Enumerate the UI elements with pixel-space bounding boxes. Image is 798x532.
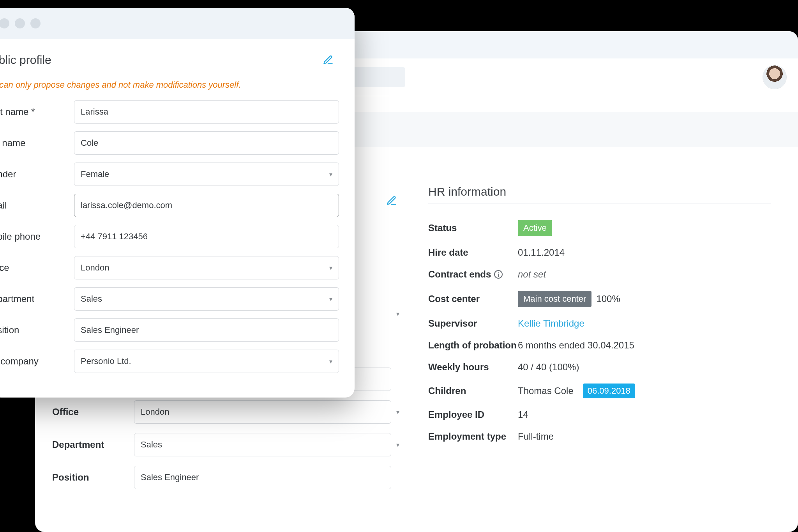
bg-office-select[interactable]: London ▾ <box>134 400 391 424</box>
first-name-label: rst name * <box>0 106 74 117</box>
hr-emptype-label: Employment type <box>428 431 518 442</box>
bg-office-value: London <box>141 407 169 417</box>
office-select[interactable]: London ▾ <box>74 256 339 279</box>
hr-probation-label: Length of probation <box>428 340 518 351</box>
hr-weeklyhours-label: Weekly hours <box>428 362 518 373</box>
gender-select[interactable]: Female ▾ <box>74 163 339 186</box>
info-icon[interactable]: i <box>494 270 503 279</box>
window-dot <box>15 18 25 28</box>
public-profile-window: ublic profile u can only propose changes… <box>0 8 355 398</box>
window-dot <box>30 18 41 28</box>
hr-information-panel: HR information Status Active Hire date 0… <box>428 147 782 494</box>
office-label: ffice <box>0 262 74 273</box>
hr-costcenter-label: Cost center <box>428 293 518 304</box>
hr-employeeid-value: 14 <box>518 409 771 420</box>
cost-center-badge: Main cost center <box>518 291 591 307</box>
hr-children-date-badge: 06.09.2018 <box>583 384 635 398</box>
hr-contractends-value: not set <box>518 269 771 280</box>
hr-emptype-value: Full-time <box>518 431 771 442</box>
office-value: London <box>81 263 109 273</box>
email-label: nail <box>0 200 74 211</box>
cost-center-pct: 100% <box>596 293 620 304</box>
hr-children-name: Thomas Cole <box>518 385 574 396</box>
hr-hiredate-label: Hire date <box>428 247 518 258</box>
edit-public-profile-icon[interactable] <box>321 53 335 67</box>
gender-label: ender <box>0 169 74 180</box>
readonly-notice: u can only propose changes and not make … <box>0 72 341 96</box>
chevron-down-icon: ▾ <box>396 408 399 416</box>
hr-probation-value: 6 months ended 30.04.2015 <box>518 340 771 351</box>
bg-office-label: Office <box>52 407 134 417</box>
gender-value: Female <box>81 169 109 179</box>
public-profile-title: ublic profile <box>0 53 51 67</box>
status-badge: Active <box>518 220 552 236</box>
edit-left-icon[interactable] <box>385 194 399 208</box>
bg-position-label: Position <box>52 472 134 483</box>
department-label: epartment <box>0 293 74 304</box>
hr-hiredate-value: 01.11.2014 <box>518 247 771 258</box>
last-name-label: st name <box>0 138 74 148</box>
hr-supervisor-link[interactable]: Kellie Timbridge <box>518 318 771 329</box>
first-name-input[interactable] <box>74 100 339 124</box>
window-dot <box>0 18 9 28</box>
chevron-down-icon: ▾ <box>329 264 332 272</box>
department-select[interactable]: Sales ▾ <box>74 287 339 311</box>
avatar[interactable] <box>763 65 786 89</box>
mobile-input[interactable] <box>74 225 339 248</box>
email-input[interactable] <box>74 194 339 217</box>
hr-contractends-label: Contract ends i <box>428 269 518 280</box>
window-chrome <box>0 8 355 39</box>
subcompany-select[interactable]: Personio Ltd. ▾ <box>74 350 339 373</box>
subcompany-value: Personio Ltd. <box>81 356 131 366</box>
hr-employeeid-label: Employee ID <box>428 409 518 420</box>
bg-position-input[interactable] <box>134 466 391 489</box>
mobile-label: obile phone <box>0 231 74 242</box>
department-value: Sales <box>81 294 102 304</box>
position-label: osition <box>0 325 74 336</box>
hr-weeklyhours-value: 40 / 40 (100%) <box>518 362 771 373</box>
chevron-down-icon: ▾ <box>329 295 332 303</box>
hr-status-label: Status <box>428 223 518 233</box>
bg-department-label: Department <box>52 439 134 450</box>
bg-department-value: Sales <box>141 440 162 450</box>
hr-title: HR information <box>428 185 506 198</box>
hr-children-label: Children <box>428 385 518 396</box>
subcompany-label: b-company <box>0 356 74 367</box>
bg-department-select[interactable]: Sales ▾ <box>134 433 391 456</box>
chevron-down-icon: ▾ <box>329 358 332 365</box>
position-input[interactable] <box>74 318 339 342</box>
chevron-down-icon: ▾ <box>329 171 332 178</box>
last-name-input[interactable] <box>74 131 339 155</box>
chevron-down-icon: ▾ <box>396 441 399 449</box>
hr-supervisor-label: Supervisor <box>428 318 518 329</box>
